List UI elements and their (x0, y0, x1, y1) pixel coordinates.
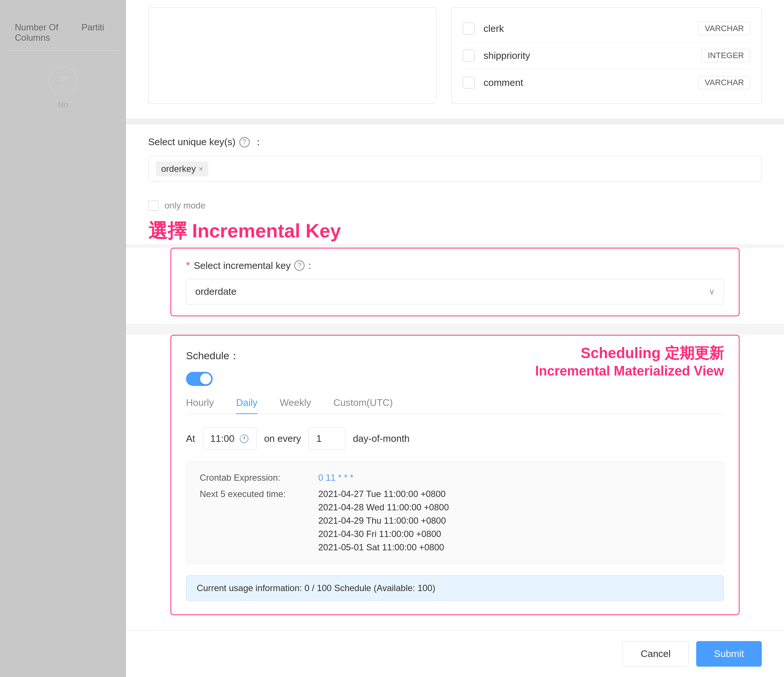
mode-label: only mode (165, 200, 205, 211)
col-type-shippriority: INTEGER (702, 49, 750, 62)
tab-daily[interactable]: Daily (236, 397, 258, 414)
time-value: 11:00 (210, 433, 235, 444)
incremental-key-help-icon[interactable]: ? (294, 260, 305, 271)
next-exec-time-3: 2021-04-29 Thu 11:00:00 +0800 (318, 516, 449, 526)
schedule-annotation-line1: Scheduling 定期更新 (535, 343, 724, 363)
col-row-shippriority: shippriority INTEGER (463, 42, 750, 69)
next-exec-times: 2021-04-27 Tue 11:00:00 +0800 2021-04-28… (318, 489, 449, 553)
incremental-key-colon: : (308, 260, 311, 272)
svg-rect-1 (59, 80, 65, 81)
unique-key-label: Select unique key(s) ? ： (148, 135, 762, 149)
tab-hourly[interactable]: Hourly (186, 397, 214, 414)
crontab-expression-value: 0 11 * * * (318, 472, 353, 483)
checkbox-shippriority[interactable] (463, 50, 474, 62)
col-name-comment: comment (484, 77, 698, 89)
chevron-down-icon: ∨ (709, 287, 715, 297)
checkbox-clerk[interactable] (463, 23, 474, 34)
annotation-incremental-key: 選擇 Incremental Key (148, 218, 762, 244)
unique-key-label-text: Select unique key(s) (148, 136, 236, 148)
top-section: clerk VARCHAR shippriority INTEGER comme… (126, 0, 784, 118)
bottom-bar: Cancel Submit (126, 630, 784, 677)
col2-header: Partiti (81, 22, 111, 43)
usage-info-text: Current usage information: 0 / 100 Sched… (197, 583, 436, 593)
incremental-key-dropdown[interactable]: orderdate ∨ (186, 279, 724, 304)
submit-button[interactable]: Submit (696, 641, 762, 667)
unique-key-colon: ： (254, 135, 263, 149)
cancel-button[interactable]: Cancel (622, 641, 689, 667)
svg-rect-0 (59, 77, 67, 79)
tab-custom[interactable]: Custom(UTC) (333, 397, 393, 414)
tag-orderkey-text: orderkey (161, 164, 196, 174)
mode-checkbox[interactable] (148, 200, 159, 211)
next-exec-row: Next 5 executed time: 2021-04-27 Tue 11:… (200, 489, 710, 553)
incremental-key-value: orderdate (195, 286, 236, 297)
time-input[interactable]: 11:00 🕐 (203, 427, 257, 450)
unique-key-section: Select unique key(s) ? ： orderkey × (126, 124, 784, 193)
tag-orderkey: orderkey × (156, 161, 208, 176)
col-name-shippriority: shippriority (484, 50, 702, 62)
mode-row: only mode (126, 193, 784, 218)
incremental-key-label-text: Select incremental key (194, 260, 291, 272)
crontab-box: Crontab Expression: 0 11 * * * Next 5 ex… (186, 461, 724, 564)
tag-orderkey-close[interactable]: × (199, 165, 203, 173)
incremental-key-label: * Select incremental key ? : (186, 259, 724, 272)
at-label: At (186, 433, 195, 444)
schedule-section: Scheduling 定期更新 Incremental Materialized… (170, 335, 739, 615)
next-exec-label: Next 5 executed time: (200, 489, 318, 499)
no-data-text: No (48, 100, 78, 110)
schedule-annotation: Scheduling 定期更新 Incremental Materialized… (535, 343, 724, 379)
main-panel: clerk VARCHAR shippriority INTEGER comme… (126, 0, 784, 677)
right-col-box: clerk VARCHAR shippriority INTEGER comme… (451, 8, 762, 104)
usage-info-box: Current usage information: 0 / 100 Sched… (186, 575, 724, 601)
required-star: * (186, 259, 190, 272)
tab-weekly[interactable]: Weekly (280, 397, 311, 414)
next-exec-time-5: 2021-05-01 Sat 11:00:00 +0800 (318, 542, 449, 553)
col-row-clerk: clerk VARCHAR (463, 15, 750, 42)
day-number-input[interactable]: 1 (308, 427, 345, 450)
schedule-toggle[interactable] (186, 372, 213, 386)
schedule-annotation-line2: Incremental Materialized View (535, 363, 724, 379)
unique-key-help-icon[interactable]: ? (240, 137, 250, 148)
checkbox-comment[interactable] (463, 77, 474, 89)
next-exec-time-4: 2021-04-30 Fri 11:00:00 +0800 (318, 529, 449, 539)
col-type-clerk: VARCHAR (698, 22, 750, 35)
incremental-key-section: * Select incremental key ? : orderdate ∨ (170, 248, 739, 316)
toggle-knob (200, 373, 211, 384)
schedule-tabs: Hourly Daily Weekly Custom(UTC) (186, 397, 724, 414)
next-exec-time-2: 2021-04-28 Wed 11:00:00 +0800 (318, 502, 449, 512)
col1-header: Number Of Columns (15, 22, 74, 43)
unique-key-tag-input[interactable]: orderkey × (148, 156, 762, 182)
col-name-clerk: clerk (484, 23, 698, 34)
no-data-icon (48, 66, 78, 96)
crontab-expression-label: Crontab Expression: (200, 472, 318, 483)
col-row-comment: comment VARCHAR (463, 69, 750, 96)
on-every-label: on every (264, 433, 301, 444)
clock-icon: 🕐 (239, 434, 249, 444)
next-exec-time-1: 2021-04-27 Tue 11:00:00 +0800 (318, 489, 449, 499)
day-unit-label: day-of-month (353, 433, 409, 444)
left-panel: Number Of Columns Partiti No (0, 0, 126, 677)
col-type-comment: VARCHAR (698, 76, 750, 89)
crontab-expression-row: Crontab Expression: 0 11 * * * (200, 472, 710, 483)
time-row: At 11:00 🕐 on every 1 day-of-month (186, 427, 724, 450)
left-col-box (148, 8, 437, 104)
